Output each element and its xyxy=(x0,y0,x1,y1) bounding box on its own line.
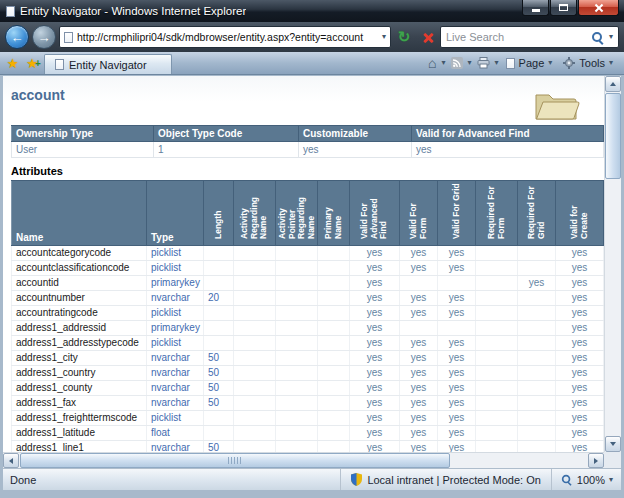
scroll-up-button[interactable] xyxy=(605,76,621,92)
scroll-left-icon xyxy=(9,458,13,464)
attr-header-vertical-label: Required For Grid xyxy=(527,183,546,239)
attr-header-cell: Length xyxy=(204,181,234,246)
forward-button[interactable]: → xyxy=(32,25,56,49)
zoom-control[interactable]: 100% ▾ xyxy=(551,469,621,490)
attr-name-cell: address1_addressid xyxy=(12,321,147,336)
page-favicon xyxy=(64,32,73,43)
attr-value-cell: primarykey xyxy=(147,276,204,291)
url-text: http://crmphilipri04/sdk/mdbrowser/entit… xyxy=(77,31,378,43)
attr-value-cell: yes xyxy=(556,336,604,351)
horizontal-scroll-track[interactable] xyxy=(19,453,588,468)
attr-value-cell xyxy=(476,426,518,441)
title-bar: Entity Navigator - Windows Internet Expl… xyxy=(0,0,624,22)
attr-value-cell xyxy=(476,366,518,381)
print-button[interactable] xyxy=(475,57,492,69)
browser-viewport: account Ownership TypeObject Type CodeCu… xyxy=(3,76,621,452)
attr-name-cell: address1_city xyxy=(12,351,147,366)
attr-value-cell xyxy=(234,306,276,321)
attr-header-vertical-label: Valid For Form xyxy=(409,183,428,239)
attr-value-cell xyxy=(518,366,556,381)
horizontal-scrollbar[interactable] xyxy=(3,452,604,468)
page-menu-button[interactable]: Page ▾ xyxy=(502,57,557,69)
attribute-row: address1_line1nvarchar50yesyesyesyes xyxy=(12,441,604,453)
security-shield-icon xyxy=(351,473,362,486)
scroll-up-icon xyxy=(610,82,616,86)
attr-value-cell xyxy=(234,366,276,381)
attr-value-cell xyxy=(204,426,234,441)
attr-value-cell: yes xyxy=(350,426,400,441)
attr-value-cell xyxy=(276,291,318,306)
attr-name-cell: accountcategorycode xyxy=(12,246,147,261)
zone-text: Local intranet | Protected Mode: On xyxy=(367,474,540,486)
attribute-row: accountidprimarykeyyesyesyes xyxy=(12,276,604,291)
attr-name-cell: address1_county xyxy=(12,381,147,396)
attr-value-cell: yes xyxy=(350,366,400,381)
refresh-button[interactable]: ↻ xyxy=(394,26,414,48)
attr-value-cell: yes xyxy=(518,276,556,291)
attr-value-cell xyxy=(318,351,350,366)
attr-value-cell: yes xyxy=(400,246,438,261)
minimize-button[interactable] xyxy=(522,0,549,16)
scroll-left-button[interactable] xyxy=(3,453,19,468)
attr-value-cell: picklist xyxy=(147,306,204,321)
scroll-down-button[interactable] xyxy=(605,436,621,452)
favorites-center-button[interactable]: ★ xyxy=(2,52,23,74)
feeds-button[interactable] xyxy=(449,57,465,69)
stop-button[interactable] xyxy=(417,26,437,48)
attr-value-cell xyxy=(476,276,518,291)
feeds-dropdown-icon[interactable]: ▾ xyxy=(468,59,472,67)
print-dropdown-icon[interactable]: ▾ xyxy=(495,59,499,67)
search-dropdown-icon[interactable]: ▾ xyxy=(609,33,613,41)
attr-value-cell xyxy=(234,426,276,441)
home-button[interactable]: ⌂ xyxy=(426,56,438,70)
attr-value-cell: 20 xyxy=(204,291,234,306)
attr-value-cell xyxy=(318,336,350,351)
attr-value-cell: yes xyxy=(400,426,438,441)
add-favorite-button[interactable]: ★+ xyxy=(23,52,44,74)
attr-value-cell: yes xyxy=(438,441,476,453)
attr-name-cell: address1_line1 xyxy=(12,441,147,453)
attr-value-cell: yes xyxy=(556,351,604,366)
attr-header-cell: Activity Pointer Regarding Name xyxy=(276,181,318,246)
attribute-row: accountratingcodepicklistyesyesyesyes xyxy=(12,306,604,321)
maximize-button[interactable] xyxy=(550,0,577,16)
attr-value-cell: picklist xyxy=(147,261,204,276)
tools-menu-button[interactable]: Tools ▾ xyxy=(559,57,617,69)
printer-icon xyxy=(477,57,490,69)
close-button[interactable] xyxy=(578,0,619,16)
tab-entity-navigator[interactable]: Entity Navigator xyxy=(44,54,172,74)
scroll-right-icon xyxy=(594,458,598,464)
search-icon[interactable] xyxy=(591,31,604,44)
attr-value-cell xyxy=(518,381,556,396)
attr-header-cell: Valid for Create xyxy=(556,181,604,246)
attr-value-cell xyxy=(204,336,234,351)
address-dropdown-icon[interactable]: ▾ xyxy=(382,33,386,41)
attr-value-cell: 50 xyxy=(204,366,234,381)
search-box[interactable]: Live Search ▾ xyxy=(440,26,619,48)
attr-value-cell: 50 xyxy=(204,441,234,453)
horizontal-scroll-thumb[interactable] xyxy=(20,453,450,468)
address-bar[interactable]: http://crmphilipri04/sdk/mdbrowser/entit… xyxy=(59,26,391,48)
rss-icon xyxy=(451,57,463,69)
attr-value-cell xyxy=(234,276,276,291)
command-bar: ⌂ ▾ ▾ ▾ Page ▾ Tools ▾ xyxy=(426,52,622,74)
back-button[interactable]: ← xyxy=(5,25,29,49)
attr-value-cell: yes xyxy=(350,411,400,426)
attr-value-cell: yes xyxy=(350,396,400,411)
scroll-right-button[interactable] xyxy=(588,453,604,468)
vertical-scroll-thumb[interactable] xyxy=(605,93,621,179)
attr-value-cell: yes xyxy=(350,276,400,291)
attribute-row: address1_citynvarchar50yesyesyesyes xyxy=(12,351,604,366)
attr-value-cell xyxy=(476,246,518,261)
attr-header-cell: Type xyxy=(147,181,204,246)
zoom-dropdown-icon[interactable]: ▾ xyxy=(609,476,613,484)
attr-header-vertical-label: Valid For Grid xyxy=(452,183,462,239)
attr-header-cell: Name xyxy=(12,181,147,246)
attr-name-cell: accountnumber xyxy=(12,291,147,306)
attr-value-cell xyxy=(318,426,350,441)
vertical-scrollbar[interactable] xyxy=(604,76,621,452)
attr-value-cell xyxy=(518,291,556,306)
attr-value-cell: yes xyxy=(400,351,438,366)
home-dropdown-icon[interactable]: ▾ xyxy=(442,59,446,67)
attr-value-cell xyxy=(276,441,318,453)
